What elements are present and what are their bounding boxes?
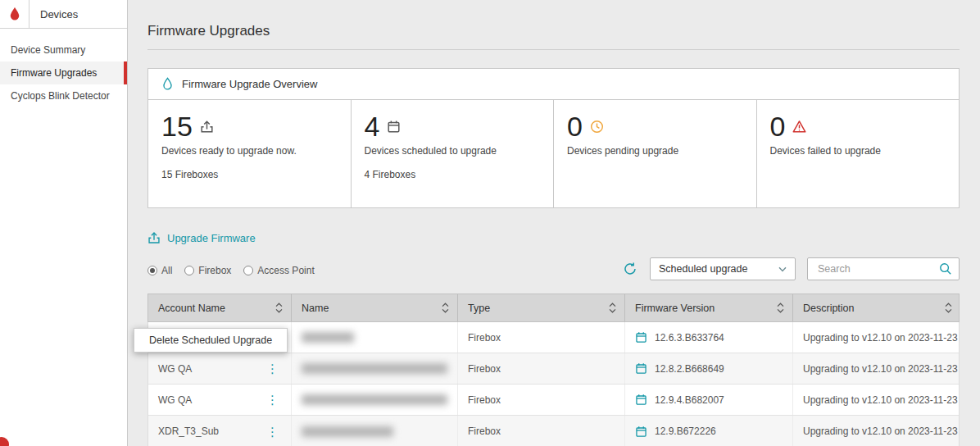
upgrade-firmware-button[interactable]: Upgrade Firmware	[147, 231, 256, 244]
filter-radio-all[interactable]: All	[147, 265, 172, 276]
stat-pending: 0 Devices pending upgrade	[554, 100, 757, 207]
stat-label: Devices failed to upgrade	[770, 145, 946, 157]
main-content: Firmware Upgrades Firmware Upgrade Overv…	[128, 0, 980, 446]
sort-icon	[945, 303, 952, 313]
firmware-table: Account Name Name Type Firmware Version …	[147, 294, 960, 446]
cell-account-name: WG QA ⋮	[148, 353, 292, 384]
stat-failed: 0 Devices failed to upgrade	[757, 100, 960, 207]
sidebar-item-cyclops-blink-detector[interactable]: Cyclops Blink Detector	[0, 84, 127, 107]
sidebar-item-firmware-upgrades[interactable]: Firmware Upgrades	[0, 61, 127, 84]
column-label: Account Name	[158, 303, 225, 314]
row-actions-button[interactable]: ⋮	[264, 362, 281, 375]
cell-firmware-version: 12.6.3.B633764	[625, 322, 793, 353]
sidebar-item-device-summary[interactable]: Device Summary	[0, 39, 127, 61]
stat-scheduled: 4 Devices scheduled to upgrade 4 Firebox…	[352, 100, 555, 207]
account-name: WG QA	[158, 363, 192, 375]
calendar-icon	[635, 394, 647, 406]
column-header-type[interactable]: Type	[458, 294, 625, 321]
title-divider	[147, 49, 960, 50]
cell-description: Upgrading to v12.10 on 2023-11-23 ...	[793, 416, 960, 446]
column-header-account-name[interactable]: Account Name	[148, 294, 292, 321]
cell-description: Upgrading to v12.10 on 2023-11-23 ...	[793, 322, 960, 353]
cell-type: Firebox	[458, 353, 625, 384]
stat-sub: 15 Fireboxes	[161, 169, 338, 180]
stat-label: Devices ready to upgrade now.	[161, 145, 338, 157]
stat-value: 0	[567, 110, 583, 143]
filter-label: All	[161, 265, 172, 276]
calendar-icon	[635, 362, 647, 375]
row-actions-button[interactable]: ⋮	[264, 426, 281, 438]
cell-name	[292, 385, 458, 415]
stat-value: 15	[161, 110, 193, 143]
firmware-version: 12.9.4.B682007	[655, 394, 724, 406]
row-actions-button[interactable]: ⋮	[264, 394, 281, 406]
sidebar-header: Devices	[0, 0, 127, 29]
cell-type: Firebox	[458, 385, 625, 415]
filter-radio-firebox[interactable]: Firebox	[184, 265, 231, 276]
filter-radio-access-point[interactable]: Access Point	[243, 265, 314, 276]
right-controls: Scheduled upgrade	[622, 257, 960, 280]
sidebar-nav: Device Summary Firmware Upgrades Cyclops…	[0, 29, 127, 107]
column-label: Description	[803, 303, 855, 314]
redacted-name	[302, 332, 354, 343]
calendar-icon	[387, 120, 401, 134]
column-header-firmware-version[interactable]: Firmware Version	[625, 294, 793, 321]
overview-stats: 15 Devices ready to upgrade now. 15 Fire…	[148, 100, 959, 207]
table-header: Account Name Name Type Firmware Version …	[147, 294, 960, 322]
column-header-description[interactable]: Description	[793, 294, 960, 321]
stat-ready-to-upgrade: 15 Devices ready to upgrade now. 15 Fire…	[148, 100, 352, 207]
redacted-name	[302, 394, 447, 405]
cell-firmware-version: 12.9.4.B682007	[625, 385, 793, 415]
warning-icon	[792, 120, 806, 134]
search-icon	[939, 262, 952, 275]
sort-icon	[275, 303, 283, 313]
sidebar-section-title: Devices	[29, 0, 78, 28]
page-title: Firmware Upgrades	[147, 23, 960, 39]
calendar-icon	[635, 426, 647, 438]
radio-icon	[184, 266, 194, 275]
context-menu: Delete Scheduled Upgrade	[134, 328, 288, 353]
stat-label: Devices scheduled to upgrade	[365, 145, 541, 157]
cell-description: Upgrading to v12.10 on 2023-11-23 ...	[793, 385, 960, 415]
sort-icon	[609, 303, 616, 313]
search-input[interactable]	[816, 262, 939, 275]
cell-name	[292, 322, 458, 353]
upload-icon	[200, 120, 214, 134]
account-name: XDR_T3_Sub	[158, 426, 219, 437]
stat-value: 4	[365, 110, 380, 143]
refresh-button[interactable]	[622, 261, 638, 277]
table-row[interactable]: XDR_T3_Sub ⋮ Firebox 12.9.B672226 Upgrad…	[148, 416, 959, 446]
cell-type: Firebox	[458, 416, 625, 446]
firmware-version: 12.6.3.B633764	[655, 332, 724, 344]
stat-sub: 4 Fireboxes	[365, 169, 541, 180]
table-row[interactable]: WG QA ⋮ Firebox 12.8.2.B668649 Upgrading…	[148, 353, 959, 385]
cell-name	[292, 416, 458, 446]
chevron-down-icon	[778, 266, 787, 272]
cell-description: Upgrading to v12.10 on 2023-11-23 ...	[793, 353, 960, 384]
device-type-filter: All Firebox Access Point	[147, 265, 315, 276]
column-header-name[interactable]: Name	[292, 294, 458, 321]
column-label: Firmware Version	[635, 303, 715, 314]
overview-card: Firmware Upgrade Overview 15 Devices rea…	[147, 68, 960, 208]
filter-label: Access Point	[257, 265, 314, 276]
overview-card-header: Firmware Upgrade Overview	[148, 69, 959, 100]
redacted-name	[302, 363, 447, 374]
upgrade-firmware-label: Upgrade Firmware	[167, 232, 256, 244]
cell-firmware-version: 12.8.2.B668649	[625, 353, 793, 384]
sort-icon	[442, 303, 449, 313]
dropdown-value: Scheduled upgrade	[659, 263, 747, 275]
upgrade-status-dropdown[interactable]: Scheduled upgrade	[650, 257, 796, 280]
context-menu-item-delete-scheduled-upgrade[interactable]: Delete Scheduled Upgrade	[134, 329, 287, 352]
stat-value: 0	[770, 110, 786, 143]
cell-name	[292, 353, 458, 384]
stat-label: Devices pending upgrade	[567, 145, 743, 157]
brand-logo[interactable]	[0, 0, 29, 28]
drop-logo-icon	[8, 7, 21, 21]
overview-title: Firmware Upgrade Overview	[182, 78, 317, 90]
cell-firmware-version: 12.9.B672226	[625, 416, 793, 446]
table-row[interactable]: WG QA ⋮ Firebox 12.9.4.B682007 Upgrading…	[148, 385, 959, 416]
sort-icon	[777, 303, 784, 313]
redacted-name	[302, 426, 393, 437]
upload-icon	[147, 231, 161, 244]
table-controls: All Firebox Access Point Scheduled upgra…	[147, 257, 960, 280]
